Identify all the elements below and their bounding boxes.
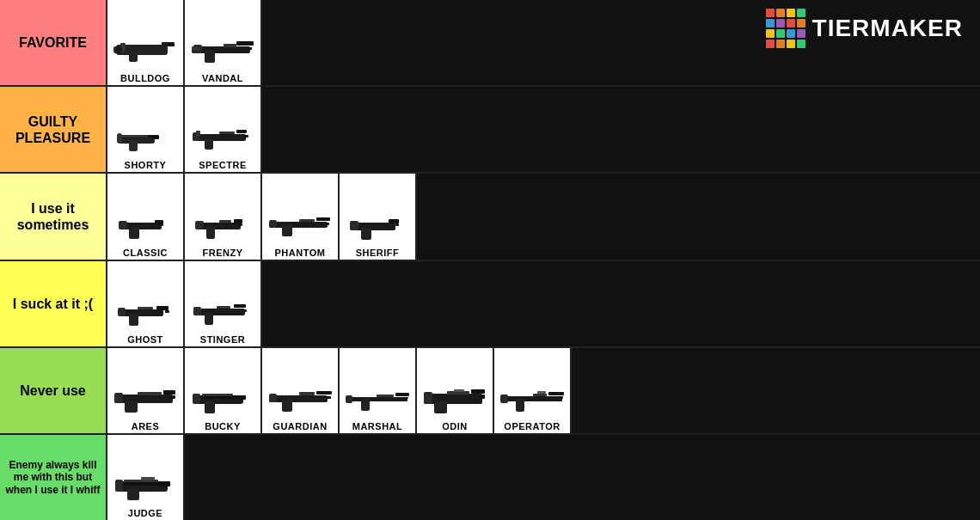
svg-rect-53 — [165, 310, 169, 313]
svg-rect-98 — [537, 391, 546, 394]
svg-rect-63 — [125, 401, 138, 413]
tier-label-suck: I suck at it ;( — [0, 261, 107, 346]
phantom-img — [266, 203, 334, 246]
classic-img — [111, 203, 180, 246]
ares-name: ARES — [132, 421, 160, 431]
weapon-spectre[interactable]: SPECTRE — [185, 87, 262, 172]
svg-point-6 — [115, 46, 122, 53]
svg-rect-97 — [533, 394, 547, 396]
tier-items-sometimes: CLASSIC FRENZY — [107, 174, 980, 259]
svg-rect-101 — [127, 488, 139, 500]
svg-rect-94 — [516, 399, 524, 412]
vandal-img — [188, 28, 257, 71]
svg-rect-54 — [138, 307, 153, 309]
weapon-marshal[interactable]: MARSHAL — [340, 348, 417, 433]
ghost-name: GHOST — [127, 334, 163, 345]
judge-img — [111, 463, 180, 506]
guardian-img — [266, 376, 334, 419]
svg-rect-57 — [205, 313, 213, 325]
svg-rect-78 — [299, 392, 315, 395]
svg-rect-13 — [224, 44, 236, 47]
svg-rect-103 — [163, 481, 170, 486]
svg-rect-87 — [434, 401, 447, 413]
svg-rect-36 — [239, 223, 242, 226]
svg-rect-61 — [114, 395, 173, 403]
weapon-judge[interactable]: JUDGE — [107, 435, 185, 520]
svg-rect-84 — [377, 395, 394, 397]
bucky-img — [188, 376, 257, 419]
svg-rect-38 — [269, 222, 328, 228]
svg-rect-19 — [122, 135, 148, 138]
weapon-classic[interactable]: CLASSIC — [107, 174, 185, 259]
svg-rect-93 — [548, 392, 564, 395]
tier-label-enemy: Enemy always kill me with this but when … — [0, 435, 107, 520]
svg-rect-102 — [115, 480, 123, 492]
svg-rect-41 — [269, 220, 277, 228]
svg-rect-66 — [138, 392, 162, 395]
svg-rect-56 — [234, 304, 246, 308]
weapon-operator[interactable]: OPERATOR — [494, 348, 572, 433]
tier-row-guilty: GUILTY PLEASURE SHORTY — [0, 87, 980, 174]
phantom-name: PHANTOM — [275, 248, 326, 258]
weapon-vandal[interactable]: VANDAL — [185, 0, 262, 85]
svg-rect-26 — [196, 131, 200, 136]
svg-rect-52 — [118, 308, 126, 316]
weapon-frenzy[interactable]: FRENZY — [185, 174, 262, 259]
tier-items-enemy: JUDGE — [107, 435, 980, 520]
svg-rect-39 — [316, 217, 330, 221]
svg-rect-8 — [236, 41, 254, 46]
svg-rect-60 — [217, 306, 230, 309]
stinger-name: STINGER — [200, 334, 245, 345]
tier-items-suck: GHOST STINGER — [107, 261, 980, 346]
svg-rect-75 — [282, 400, 292, 412]
sheriff-name: SHERIFF — [356, 248, 400, 258]
logo-grid — [766, 9, 805, 48]
svg-rect-16 — [129, 141, 138, 151]
weapon-guardian[interactable]: GUARDIAN — [262, 348, 340, 433]
bulldog-img — [111, 28, 180, 71]
svg-rect-83 — [404, 397, 408, 399]
svg-rect-37 — [219, 220, 231, 223]
weapon-stinger[interactable]: STINGER — [185, 261, 262, 346]
weapon-ares[interactable]: ARES — [107, 348, 185, 433]
classic-name: CLASSIC — [123, 248, 168, 258]
weapon-bucky[interactable]: BUCKY — [185, 348, 262, 433]
weapon-ghost[interactable]: GHOST — [107, 261, 185, 346]
svg-rect-82 — [346, 395, 352, 403]
tier-items-guilty: SHORTY SPECTRE — [107, 87, 980, 172]
svg-rect-71 — [239, 395, 246, 400]
svg-rect-25 — [219, 132, 235, 134]
stinger-img — [188, 290, 257, 333]
marshal-img — [343, 376, 412, 419]
svg-rect-31 — [159, 223, 163, 226]
weapon-odin[interactable]: ODIN — [417, 348, 494, 433]
judge-name: JUDGE — [128, 508, 162, 518]
weapon-shorty[interactable]: SHORTY — [107, 87, 185, 172]
svg-rect-105 — [141, 477, 155, 480]
svg-rect-34 — [206, 227, 215, 239]
svg-rect-51 — [129, 314, 138, 326]
svg-rect-24 — [243, 135, 248, 138]
odin-img — [420, 376, 489, 419]
tier-label-favorite: FAVORITE — [0, 0, 107, 85]
logo-text: TiERMAKER — [812, 15, 963, 42]
svg-rect-65 — [171, 395, 175, 399]
ghost-img — [111, 290, 180, 333]
frenzy-name: FRENZY — [203, 248, 243, 258]
svg-rect-81 — [361, 399, 370, 411]
spectre-name: SPECTRE — [199, 160, 246, 170]
weapon-bulldog[interactable]: BULLDOG — [107, 0, 185, 85]
svg-rect-72 — [202, 394, 233, 396]
svg-rect-96 — [559, 396, 563, 399]
svg-rect-45 — [389, 219, 399, 223]
weapon-phantom[interactable]: PHANTOM — [262, 174, 340, 259]
svg-rect-46 — [361, 228, 371, 240]
svg-rect-85 — [424, 394, 482, 404]
weapon-sheriff[interactable]: SHERIFF — [340, 174, 417, 259]
svg-rect-92 — [500, 396, 562, 401]
tier-label-sometimes: I use it sometimes — [0, 174, 107, 259]
tiermaker-logo: TiERMAKER — [766, 9, 963, 48]
operator-img — [498, 376, 567, 419]
svg-rect-91 — [454, 389, 464, 392]
svg-rect-89 — [481, 395, 485, 399]
